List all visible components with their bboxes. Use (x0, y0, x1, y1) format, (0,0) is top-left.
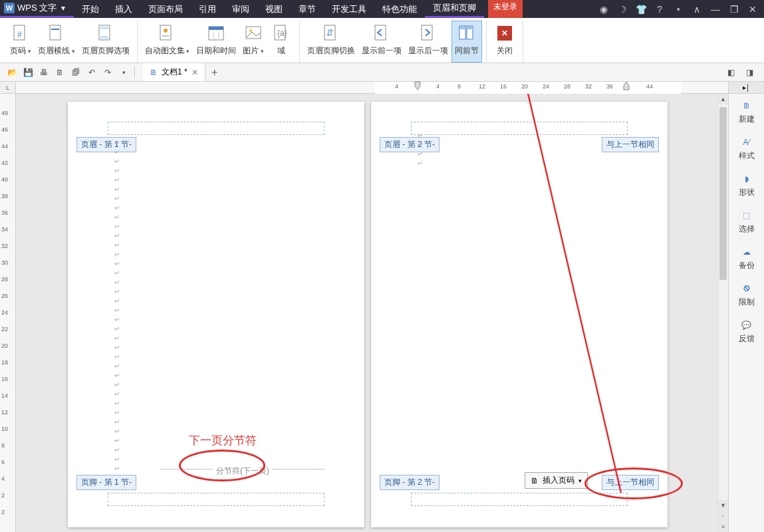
field-button[interactable]: {a} 域 (267, 21, 295, 63)
page1-header-area[interactable]: 页眉 - 第 1 节- (108, 122, 324, 135)
tab-insert[interactable]: 插入 (107, 0, 140, 18)
tab-pagelayout[interactable]: 页面布局 (140, 0, 191, 18)
page2-header-area[interactable]: 页眉 - 第 2 节- 与上一节相同 (411, 122, 628, 135)
sidepanel-backup[interactable]: ☁备份 (729, 240, 764, 277)
close-hf-button[interactable]: ✕ 关闭 (491, 21, 519, 63)
show-prev-button[interactable]: 显示前一项 (358, 21, 405, 63)
tab-start[interactable]: 开始 (74, 0, 107, 18)
svg-point-8 (164, 29, 168, 33)
ribbon-collapse-icon[interactable]: ∧ (691, 3, 703, 15)
hf-options-button[interactable]: 页眉页脚选项 (78, 21, 133, 63)
field-label: 域 (277, 45, 285, 57)
sidepanel-limit[interactable]: 🛇限制 (729, 277, 764, 313)
maximize-icon[interactable]: ❐ (728, 3, 740, 15)
field-icon: {a} (271, 23, 292, 44)
vertical-scrollbar[interactable]: ▲ ▼ ◦ ≡ (717, 94, 728, 532)
header-line-label: 页眉横线 (38, 45, 75, 57)
doc-tab-1[interactable]: 🗎 文档1 * ✕ (143, 63, 205, 81)
annotation-section-break-label: 下一页分节符 (189, 433, 257, 448)
tab-devtools[interactable]: 开发工具 (324, 0, 374, 18)
indent-slider-left[interactable] (415, 82, 420, 91)
doc-icon: 🗎 (150, 68, 158, 77)
print-icon[interactable]: 🖶 (37, 65, 51, 80)
sidepanel-toggle-icon[interactable]: ▸│ (729, 82, 764, 94)
vruler-tick: 30 (1, 259, 8, 266)
header-line-icon (46, 23, 67, 44)
limit-icon: 🛇 (740, 282, 753, 295)
vruler-tick: 14 (1, 392, 8, 399)
datetime-button[interactable]: 日期和时间 (193, 21, 239, 63)
hf-switch-label: 页眉页脚切换 (307, 45, 355, 57)
save-icon[interactable]: 💾 (21, 65, 35, 80)
next-page-icon[interactable]: ≡ (718, 521, 728, 532)
document-canvas[interactable]: 页眉 - 第 1 节- ↵↵↵↵↵↵↵↵↵↵↵↵↵↵↵↵↵↵↵↵↵↵↵↵↵↵↵↵… (16, 94, 728, 532)
workspace: L 4 4 8 12 16 20 24 28 32 36 44 /* ticks… (0, 82, 764, 532)
indent-slider-right[interactable] (624, 82, 629, 91)
hf-switch-button[interactable]: 页眉页脚切换 (304, 21, 358, 63)
autotext-button[interactable]: 自动图文集 (142, 21, 193, 63)
sidepanel-feedback[interactable]: 💬反馈 (729, 313, 764, 350)
picture-icon (243, 23, 264, 44)
vruler-tick: 26 (1, 293, 8, 299)
sidepanel-shape[interactable]: ◗形状 (729, 167, 764, 203)
prev-page-icon[interactable]: ◦ (718, 511, 728, 521)
skin-icon[interactable]: 👕 (635, 3, 647, 15)
page1-footer-area[interactable]: 页脚 - 第 1 节- (108, 493, 324, 506)
header-line-button[interactable]: 页眉横线 (35, 21, 78, 63)
svg-rect-2 (50, 25, 61, 40)
new-doc-icon: 🗎 (740, 99, 753, 112)
show-next-button[interactable]: 显示后一项 (405, 21, 451, 63)
qb-right-icon-1[interactable]: ◧ (723, 65, 738, 80)
tab-chapter[interactable]: 章节 (291, 0, 324, 18)
sync-icon[interactable]: ◉ (598, 3, 610, 15)
redo-icon[interactable]: ↷ (100, 65, 115, 80)
scroll-up-icon[interactable]: ▲ (718, 94, 728, 104)
feedback-icon: 💬 (740, 319, 753, 332)
close-window-icon[interactable]: ✕ (747, 3, 759, 15)
pagenum-label: 页码 (10, 45, 31, 57)
print-preview-icon[interactable]: 🗎 (53, 65, 67, 80)
autotext-label: 自动图文集 (145, 45, 190, 57)
vruler-tick: 36 (1, 209, 8, 216)
insert-pagenum-button[interactable]: 🗎 插入页码 ▾ (525, 472, 588, 489)
pagenum-icon: # (10, 23, 31, 44)
insert-pagenum-dropdown-icon[interactable]: ▾ (578, 477, 582, 484)
tab-special[interactable]: 特色功能 (374, 0, 425, 18)
picture-button[interactable]: 图片 (239, 21, 267, 63)
svg-rect-19 (375, 25, 386, 40)
page2-footer-area[interactable]: 页脚 - 第 2 节- 与上一节相同 (411, 493, 628, 506)
tab-view[interactable]: 视图 (257, 0, 291, 18)
login-status[interactable]: 未登录 (488, 0, 523, 18)
help-icon[interactable]: ? (654, 3, 666, 15)
tab-reference[interactable]: 引用 (191, 0, 224, 18)
sidepanel-style[interactable]: A⁄样式 (729, 130, 764, 167)
document-tabs: 🗎 文档1 * ✕ + (143, 63, 224, 81)
qa-more-icon[interactable]: ▾ (116, 65, 131, 80)
tab-review[interactable]: 审阅 (224, 0, 257, 18)
scroll-down-icon[interactable]: ▼ (718, 500, 728, 511)
same-as-prev-button[interactable]: 同前节 (451, 21, 482, 63)
ruler-corner[interactable]: L (0, 82, 16, 94)
export-pdf-icon[interactable]: 🗐 (68, 65, 83, 80)
sidepanel-new[interactable]: 🗎新建 (729, 94, 764, 130)
help-dropdown-icon[interactable]: ▾ (672, 3, 684, 15)
tab-header-footer[interactable]: 页眉和页脚 (425, 0, 484, 18)
moon-icon[interactable]: ☽ (616, 3, 628, 15)
section-break-marker: 分节符(下一页) (161, 469, 324, 481)
horizontal-ruler[interactable]: 4 4 8 12 16 20 24 28 32 36 44 (16, 82, 728, 94)
app-logo-area[interactable]: W WPS 文字 ▾ (0, 0, 74, 18)
show-prev-icon (371, 23, 392, 44)
pagenum-button[interactable]: # 页码 (7, 21, 35, 63)
vruler-tick: 10 (1, 426, 8, 432)
minimize-icon[interactable]: — (709, 3, 721, 15)
sidepanel-select[interactable]: ⬚选择 (729, 203, 764, 240)
undo-icon[interactable]: ↶ (84, 65, 99, 80)
doc-tab-close-icon[interactable]: ✕ (191, 68, 198, 77)
qb-right-icon-2[interactable]: ◨ (742, 65, 757, 80)
scroll-thumb[interactable] (719, 107, 727, 280)
open-icon[interactable]: 📂 (5, 65, 19, 80)
app-menu-dropdown-icon[interactable]: ▾ (57, 3, 70, 13)
hf-options-icon (95, 23, 116, 44)
vruler-tick: 22 (1, 326, 8, 332)
new-doc-tab-button[interactable]: + (205, 63, 224, 81)
